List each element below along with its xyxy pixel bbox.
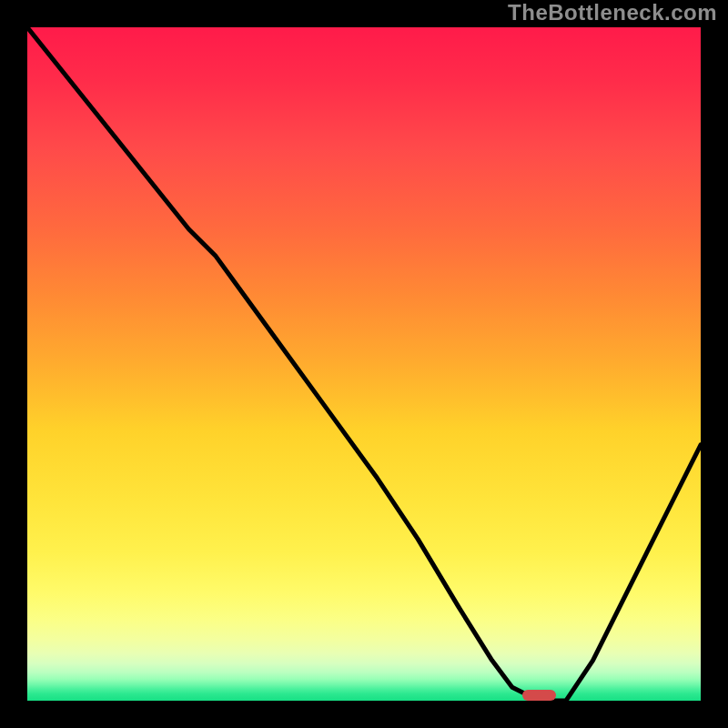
curve-path <box>27 27 701 701</box>
chart-frame: TheBottleneck.com <box>0 0 728 728</box>
bottleneck-curve <box>27 27 701 701</box>
watermark-text: TheBottleneck.com <box>508 0 717 25</box>
optimal-marker <box>522 690 556 701</box>
plot-area <box>27 27 701 701</box>
